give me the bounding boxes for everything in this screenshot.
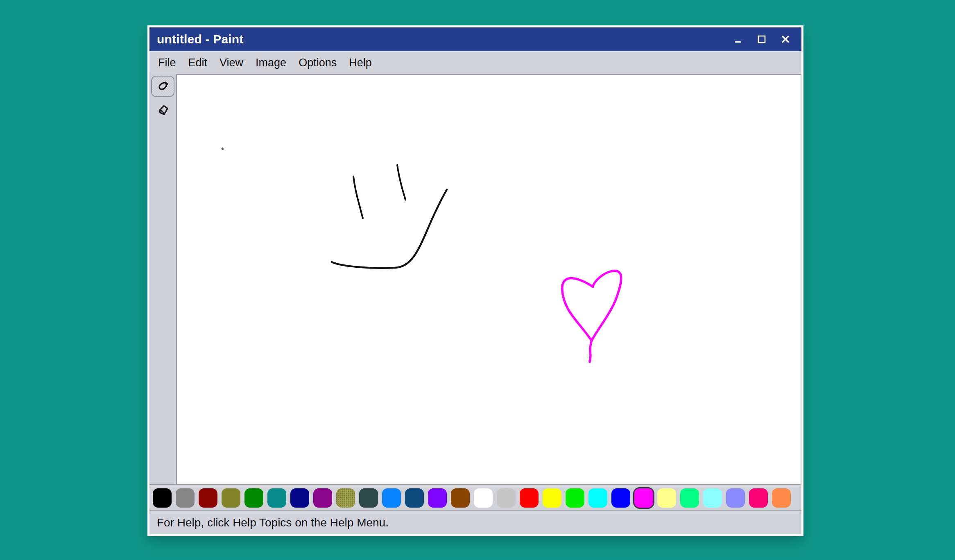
minimize-icon [733,34,743,45]
stroke-right-eye [397,165,405,200]
color-swatch-25[interactable] [726,488,745,508]
window-content: untitled - Paint [149,27,801,534]
stroke-stray-dot [222,149,223,149]
close-button[interactable] [778,32,792,46]
stroke-heart-left [562,278,593,340]
color-swatch-13[interactable] [451,488,470,508]
color-swatch-8[interactable] [336,488,355,508]
main-area [149,74,801,485]
menu-item-file[interactable]: File [152,56,182,69]
color-swatch-18[interactable] [566,488,584,508]
color-swatch-27[interactable] [772,488,791,508]
maximize-button[interactable] [755,32,769,46]
color-swatch-23[interactable] [680,488,699,508]
drawing-canvas[interactable] [176,74,801,484]
color-swatch-17[interactable] [543,488,561,508]
eraser-tool-button[interactable] [151,99,174,121]
paint-window: untitled - Paint [147,25,803,536]
stroke-heart-tail [590,340,592,362]
color-swatch-24[interactable] [703,488,722,508]
window-controls [731,32,801,46]
minimize-button[interactable] [731,32,745,46]
color-swatch-0[interactable] [153,488,172,508]
stroke-left-eye [353,176,363,218]
color-swatch-5[interactable] [267,488,286,508]
color-swatch-7[interactable] [313,488,332,508]
color-swatch-10[interactable] [382,488,401,508]
color-swatch-6[interactable] [290,488,309,508]
window-titlebar[interactable]: untitled - Paint [149,27,801,51]
window-title: untitled - Paint [149,32,244,46]
color-swatch-12[interactable] [428,488,447,508]
menu-bar: FileEditViewImageOptionsHelp [149,51,801,74]
close-icon [780,34,791,45]
stroke-heart-right [592,271,621,340]
color-swatch-2[interactable] [199,488,217,508]
color-swatch-19[interactable] [588,488,607,508]
color-swatch-1[interactable] [176,488,195,508]
status-text: For Help, click Help Topics on the Help … [157,516,389,529]
color-swatch-16[interactable] [520,488,539,508]
menu-item-edit[interactable]: Edit [182,56,214,69]
maximize-icon [756,34,767,45]
tool-strip [149,74,176,484]
color-palette [149,485,801,510]
color-swatch-11[interactable] [405,488,424,508]
color-swatch-9[interactable] [359,488,378,508]
menu-item-help[interactable]: Help [343,56,378,69]
status-bar: For Help, click Help Topics on the Help … [149,511,801,534]
eraser-icon [156,103,170,117]
brush-icon [156,79,170,93]
color-swatch-20[interactable] [611,488,630,508]
color-swatch-26[interactable] [749,488,768,508]
color-swatch-3[interactable] [222,488,240,508]
menu-item-options[interactable]: Options [292,56,343,69]
color-swatch-14[interactable] [474,488,493,508]
menu-item-view[interactable]: View [213,56,249,69]
color-swatch-4[interactable] [244,488,263,508]
stroke-smile [332,190,447,268]
menu-item-image[interactable]: Image [249,56,292,69]
color-swatch-22[interactable] [657,488,676,508]
brush-tool-button[interactable] [151,76,174,97]
color-swatch-21[interactable] [634,488,653,508]
color-swatch-15[interactable] [497,488,516,508]
canvas-drawing [177,75,801,484]
desktop: { "desktop": { "background_color": "#0e9… [0,0,955,560]
